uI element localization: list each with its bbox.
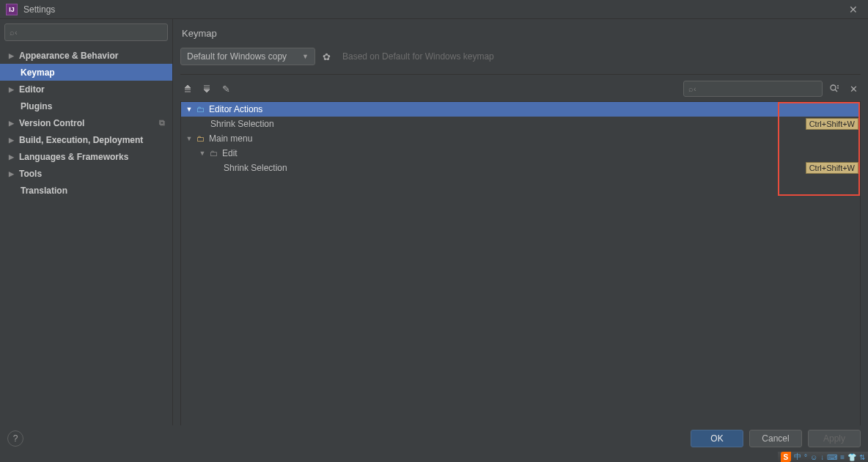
cancel-button[interactable]: Cancel xyxy=(749,430,802,447)
tray-icon[interactable]: ☺ xyxy=(810,453,817,461)
tray-icon[interactable]: 中 xyxy=(794,452,801,462)
divider xyxy=(180,74,861,75)
shortcut-badge: Ctrl+Shift+W xyxy=(806,118,858,130)
dialog-footer: ? OK Cancel Apply xyxy=(0,425,868,452)
chevron-right-icon: ▶ xyxy=(9,52,16,59)
tree-label: Shrink Selection xyxy=(184,119,806,129)
nav-label: Keymap xyxy=(21,67,55,78)
nav-label: Build, Execution, Deployment xyxy=(19,135,143,145)
app-icon: IJ xyxy=(6,4,18,15)
chevron-right-icon: ▶ xyxy=(9,153,16,161)
page-title: Keymap xyxy=(182,28,861,39)
find-by-shortcut-icon[interactable] xyxy=(827,81,842,96)
folder-icon: 🗀 xyxy=(194,104,206,114)
button-label: Cancel xyxy=(762,433,789,444)
search-icon: ⌕‹ xyxy=(688,84,696,93)
titlebar: IJ Settings ✕ xyxy=(0,0,868,19)
chevron-right-icon: ▶ xyxy=(9,86,16,93)
chevron-down-icon: ▼ xyxy=(197,150,207,157)
nav-label: Plugins xyxy=(21,101,52,111)
search-icon: ⌕‹ xyxy=(10,28,18,37)
action-search-input[interactable]: ⌕‹ xyxy=(683,81,823,97)
nav-keymap[interactable]: Keymap xyxy=(0,64,172,81)
nav-label: Languages & Frameworks xyxy=(19,152,128,162)
tree-leaf-shrink-selection-edit[interactable]: Shrink Selection Ctrl+Shift+W xyxy=(181,161,860,175)
tray-icon[interactable]: ⇅ xyxy=(859,453,865,461)
tray-icon[interactable]: 👕 xyxy=(847,453,856,461)
keymap-toolbar: ✎ ⌕‹ ✕ xyxy=(180,81,861,97)
help-button[interactable]: ? xyxy=(7,430,23,447)
nav-plugins[interactable]: Plugins xyxy=(0,98,172,114)
tree-label: Editor Actions xyxy=(209,104,860,114)
sidebar-search-input[interactable]: ⌕‹ xyxy=(4,23,168,41)
dropdown-value: Default for Windows copy xyxy=(187,51,287,62)
nav-appearance[interactable]: ▶Appearance & Behavior xyxy=(0,47,172,64)
tree-node-main-menu[interactable]: ▼ 🗀 Main menu xyxy=(181,131,860,146)
scope-icon: ⧉ xyxy=(159,118,165,128)
shortcut-badge: Ctrl+Shift+W xyxy=(806,162,858,174)
settings-main: Keymap Default for Windows copy ▼ ✿ Base… xyxy=(173,19,868,430)
expand-all-icon[interactable] xyxy=(180,81,195,96)
nav-label: Version Control xyxy=(19,118,84,128)
button-label: Apply xyxy=(823,433,845,444)
nav-tools[interactable]: ▶Tools xyxy=(0,165,172,182)
chevron-right-icon: ▶ xyxy=(9,170,16,177)
settings-sidebar: ⌕‹ ▶Appearance & Behavior Keymap ▶Editor… xyxy=(0,19,173,430)
based-on-text: Based on Default for Windows keymap xyxy=(342,51,494,62)
collapse-all-icon[interactable] xyxy=(199,81,214,96)
nav-label: Tools xyxy=(19,169,42,179)
chevron-right-icon: ▶ xyxy=(9,136,16,144)
window-title: Settings xyxy=(23,4,55,15)
keymap-tree[interactable]: ▼ 🗀 Editor Actions Shrink Selection Ctrl… xyxy=(180,101,861,430)
nav-version-control[interactable]: ▶Version Control⧉ xyxy=(0,114,172,131)
tray-icon[interactable]: ↓ xyxy=(820,453,824,461)
chevron-down-icon: ▼ xyxy=(184,135,194,142)
scheme-actions-gear-icon[interactable]: ✿ xyxy=(323,51,331,62)
chevron-down-icon: ▼ xyxy=(184,106,194,113)
close-icon[interactable]: ✕ xyxy=(845,2,862,17)
keymap-scheme-dropdown[interactable]: Default for Windows copy ▼ xyxy=(180,48,315,65)
tree-leaf-shrink-selection[interactable]: Shrink Selection Ctrl+Shift+W xyxy=(181,117,860,131)
button-label: OK xyxy=(710,433,723,444)
nav-label: Editor xyxy=(19,84,45,95)
folder-icon: 🗀 xyxy=(194,133,206,144)
nav-label: Translation xyxy=(21,186,67,196)
tree-label: Main menu xyxy=(209,133,860,144)
apply-button[interactable]: Apply xyxy=(808,430,861,447)
tree-node-edit[interactable]: ▼ 🗀 Edit xyxy=(181,146,860,161)
tray-icon[interactable]: ≡ xyxy=(840,453,845,461)
nav-label: Appearance & Behavior xyxy=(19,51,118,61)
nav-translation[interactable]: Translation xyxy=(0,182,172,199)
nav-languages[interactable]: ▶Languages & Frameworks xyxy=(0,148,172,165)
edit-shortcut-icon[interactable]: ✎ xyxy=(218,81,233,96)
tray-icon[interactable]: ° xyxy=(804,453,807,461)
settings-nav: ▶Appearance & Behavior Keymap ▶Editor Pl… xyxy=(0,44,172,199)
folder-icon: 🗀 xyxy=(207,148,219,158)
tray-icon[interactable]: ⌨ xyxy=(827,453,837,461)
chevron-down-icon: ▼ xyxy=(302,53,309,60)
svg-line-1 xyxy=(835,89,837,92)
ok-button[interactable]: OK xyxy=(691,430,743,447)
tree-label: Edit xyxy=(222,148,860,158)
chevron-right-icon: ▶ xyxy=(9,120,16,127)
nav-build[interactable]: ▶Build, Execution, Deployment xyxy=(0,131,172,148)
tree-node-editor-actions[interactable]: ▼ 🗀 Editor Actions xyxy=(181,102,860,117)
tree-label: Shrink Selection xyxy=(184,163,806,173)
ime-icon[interactable]: S xyxy=(781,452,791,462)
clear-search-icon[interactable]: ✕ xyxy=(846,81,861,96)
system-tray: S 中 ° ☺ ↓ ⌨ ≡ 👕 ⇅ xyxy=(778,452,868,462)
svg-point-0 xyxy=(831,85,836,90)
nav-editor[interactable]: ▶Editor xyxy=(0,81,172,98)
